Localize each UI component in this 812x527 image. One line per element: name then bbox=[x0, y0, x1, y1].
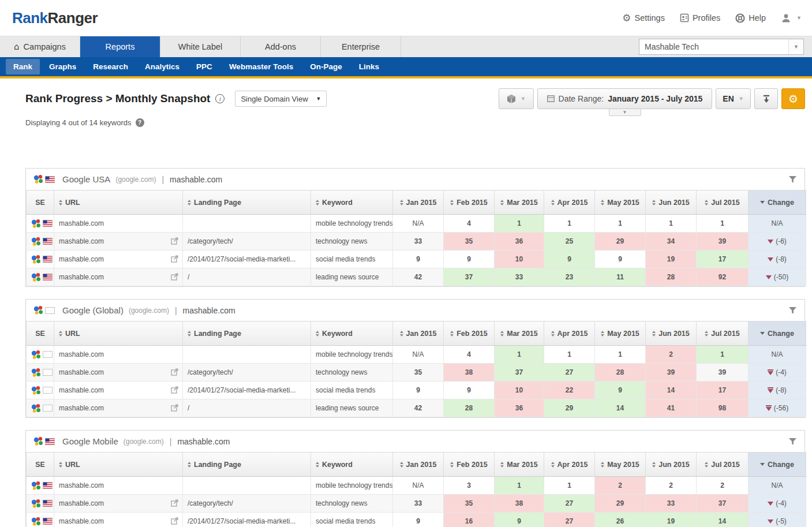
info-icon[interactable]: i bbox=[215, 94, 224, 103]
column-header-month[interactable]: Jun 2015 bbox=[646, 190, 697, 215]
reports-sub-nav: RankGraphsResearchAnalyticsPPCWebmaster … bbox=[0, 57, 812, 79]
sort-up-arrow bbox=[705, 331, 708, 333]
filter-button[interactable] bbox=[788, 175, 797, 184]
column-header-keyword[interactable]: Keyword bbox=[311, 190, 393, 215]
down-triangle-icon bbox=[768, 519, 773, 524]
column-header-month[interactable]: Apr 2015 bbox=[544, 190, 595, 215]
external-link-icon bbox=[171, 404, 178, 412]
google-global-icon bbox=[31, 368, 41, 378]
rank-drop-icon bbox=[768, 369, 773, 375]
column-header-month[interactable]: May 2015 bbox=[595, 190, 646, 215]
filter-button[interactable] bbox=[788, 438, 797, 446]
tab-campaigns[interactable]: ⌂Campaigns bbox=[0, 36, 80, 57]
profiles-menu-item[interactable]: Profiles bbox=[680, 13, 720, 23]
column-header-month[interactable]: Feb 2015 bbox=[444, 190, 495, 215]
external-link-button[interactable] bbox=[171, 499, 178, 509]
column-header-month[interactable]: Jul 2015 bbox=[697, 322, 749, 346]
column-header-change[interactable]: Change bbox=[749, 322, 806, 346]
column-header-month[interactable]: Jan 2015 bbox=[393, 190, 444, 215]
settings-menu-item[interactable]: ⚙ Settings bbox=[622, 13, 665, 23]
column-header-landing-page[interactable]: Landing Page bbox=[183, 453, 311, 477]
date-range-button[interactable]: Date Range: January 2015 - July 2015 bbox=[537, 88, 712, 109]
column-header-url[interactable]: URL bbox=[54, 190, 183, 215]
se-cell bbox=[27, 382, 54, 399]
user-menu[interactable]: ▼ bbox=[781, 13, 802, 23]
column-header-month[interactable]: Mar 2015 bbox=[495, 190, 544, 215]
package-menu-button[interactable]: ▼ bbox=[499, 88, 534, 109]
column-header-landing-page[interactable]: Landing Page bbox=[183, 322, 311, 346]
column-header-month[interactable]: Mar 2015 bbox=[495, 453, 544, 477]
rank-value-cell: 41 bbox=[646, 399, 697, 417]
sort-up-arrow bbox=[652, 200, 656, 202]
month-label: Jul 2015 bbox=[711, 461, 739, 469]
column-header-month[interactable]: Apr 2015 bbox=[544, 322, 595, 346]
tab-reports[interactable]: Reports bbox=[80, 36, 160, 57]
column-header-month[interactable]: Jan 2015 bbox=[393, 453, 444, 477]
subnav-item-webmaster-tools[interactable]: Webmaster Tools bbox=[222, 59, 301, 74]
subnav-item-links[interactable]: Links bbox=[351, 59, 387, 74]
column-header-month[interactable]: Jan 2015 bbox=[393, 322, 444, 346]
column-header-month[interactable]: Apr 2015 bbox=[544, 453, 595, 477]
external-link-button[interactable] bbox=[171, 237, 178, 246]
download-button[interactable] bbox=[754, 88, 778, 109]
external-link-button[interactable] bbox=[171, 404, 178, 413]
column-header-change[interactable]: Change bbox=[749, 190, 806, 215]
se-cell bbox=[27, 233, 54, 251]
column-header-change[interactable]: Change bbox=[749, 453, 806, 477]
tab-enterprise[interactable]: Enterprise bbox=[321, 36, 401, 57]
sort-up-arrow bbox=[705, 200, 708, 202]
filter-button[interactable] bbox=[788, 307, 797, 315]
subnav-item-rank[interactable]: Rank bbox=[6, 59, 40, 74]
report-settings-button[interactable]: ⚙ bbox=[781, 88, 805, 109]
column-header-month[interactable]: Jul 2015 bbox=[697, 190, 749, 215]
tab-add-ons[interactable]: Add-ons bbox=[241, 36, 321, 57]
rankranger-logo[interactable]: RankRanger bbox=[12, 9, 98, 27]
column-header-keyword[interactable]: Keyword bbox=[311, 322, 393, 346]
month-label: Jan 2015 bbox=[406, 199, 437, 207]
column-header-month[interactable]: May 2015 bbox=[595, 453, 646, 477]
change-cell: (-5) bbox=[749, 513, 806, 527]
google-mobile-icon bbox=[31, 517, 41, 526]
google-global-icon bbox=[31, 350, 41, 360]
sorted-desc-icon bbox=[760, 463, 765, 466]
help-question-icon[interactable]: ? bbox=[136, 118, 144, 127]
column-header-month[interactable]: Feb 2015 bbox=[444, 453, 495, 477]
external-link-icon bbox=[171, 386, 178, 394]
date-range-expand-tab[interactable]: ▼ bbox=[609, 109, 641, 116]
view-select[interactable]: Single Domain View ▼ bbox=[235, 91, 327, 107]
subnav-item-analytics[interactable]: Analytics bbox=[137, 59, 187, 74]
column-header-month[interactable]: Jun 2015 bbox=[646, 453, 697, 477]
rank-value-cell: 28 bbox=[444, 399, 495, 417]
subnav-item-ppc[interactable]: PPC bbox=[189, 59, 220, 74]
rank-value-cell: 28 bbox=[646, 268, 697, 286]
column-header-month[interactable]: May 2015 bbox=[595, 322, 646, 346]
external-link-button[interactable] bbox=[171, 517, 178, 526]
help-menu-item[interactable]: Help bbox=[735, 13, 766, 23]
external-link-button[interactable] bbox=[171, 386, 178, 395]
external-link-button[interactable] bbox=[171, 273, 178, 282]
down-triangle-icon bbox=[768, 257, 773, 261]
column-header-month[interactable]: Jun 2015 bbox=[646, 322, 697, 346]
month-label: May 2015 bbox=[607, 330, 639, 338]
column-header-month[interactable]: Jul 2015 bbox=[697, 453, 749, 477]
change-label: Change bbox=[768, 461, 794, 469]
column-header-month[interactable]: Mar 2015 bbox=[495, 322, 544, 346]
external-link-button[interactable] bbox=[171, 368, 178, 378]
column-header-keyword[interactable]: Keyword bbox=[311, 453, 393, 477]
rank-value-cell: 33 bbox=[393, 233, 444, 251]
month-label: Jun 2015 bbox=[658, 199, 690, 207]
rank-value-cell: 2 bbox=[646, 346, 697, 364]
tab-white-label[interactable]: White Label bbox=[160, 36, 241, 57]
column-header-url[interactable]: URL bbox=[54, 322, 183, 346]
subnav-item-graphs[interactable]: Graphs bbox=[42, 59, 84, 74]
column-header-month[interactable]: Feb 2015 bbox=[444, 322, 495, 346]
subnav-item-on-page[interactable]: On-Page bbox=[302, 59, 350, 74]
table-site: mashable.com bbox=[183, 306, 235, 315]
table-row: mashable.com/category/tech/technology ne… bbox=[27, 495, 806, 513]
external-link-button[interactable] bbox=[171, 255, 178, 264]
column-header-landing-page[interactable]: Landing Page bbox=[183, 190, 311, 215]
column-header-url[interactable]: URL bbox=[54, 453, 183, 477]
subnav-item-research[interactable]: Research bbox=[85, 59, 136, 74]
language-select[interactable]: EN ▼ bbox=[716, 88, 751, 109]
campaign-select[interactable]: Mashable Tech ▼ bbox=[639, 39, 804, 55]
